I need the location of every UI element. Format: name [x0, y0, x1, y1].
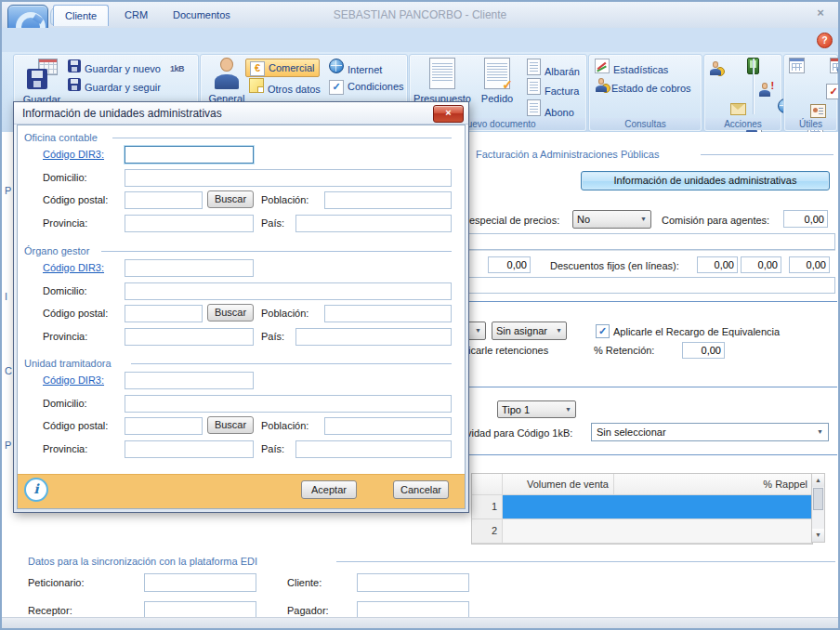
pais-input[interactable] — [295, 215, 452, 232]
table-scrollbar[interactable]: ▲ ▼ — [811, 473, 825, 543]
abono-button[interactable]: Abono — [527, 99, 574, 116]
tab-crm[interactable]: CRM — [113, 5, 159, 25]
calendar-icon[interactable] — [789, 58, 805, 73]
presupuesto-button[interactable]: Presupuesto — [413, 58, 471, 104]
codigo-dir3-link[interactable]: Código DIR3: — [43, 149, 104, 160]
codigo-postal-input[interactable] — [125, 417, 203, 435]
albaran-button[interactable]: Albarán — [527, 59, 580, 75]
domicilio-input[interactable] — [125, 395, 452, 413]
domicilio-input[interactable] — [125, 169, 452, 187]
general-big-button[interactable]: General — [204, 58, 249, 104]
dialog-close-icon[interactable]: × — [433, 105, 464, 123]
ribbon-group-consultas: Estadísticas Estado de cobros Consultas — [588, 54, 702, 132]
table-row[interactable] — [503, 519, 812, 544]
domicilio-label: Domicilio: — [43, 398, 87, 409]
dialog-title: Información de unidades administrativas — [14, 102, 468, 125]
descuento3-input[interactable] — [789, 256, 830, 273]
descuento2-input[interactable] — [741, 256, 781, 273]
save-table-icon — [26, 59, 58, 90]
codigo-postal-label: Código postal: — [43, 308, 108, 319]
domicilio-input[interactable] — [125, 282, 452, 300]
poblacion-label: Población: — [261, 420, 308, 431]
window-close-icon[interactable]: × — [808, 6, 833, 21]
contact-card-icon[interactable] — [810, 104, 826, 118]
pedido-button[interactable]: ✓ Pedido — [473, 58, 521, 104]
facturae-1kb-icon[interactable]: 1kB — [170, 60, 184, 77]
clock-calendar-icon[interactable] — [830, 58, 840, 73]
retencion-input[interactable] — [682, 342, 725, 359]
cancelar-button[interactable]: Cancelar — [393, 480, 449, 499]
header-cell-volumen[interactable]: Volumen de venta — [503, 474, 614, 495]
poblacion-input[interactable] — [324, 417, 452, 435]
ribbon-tab-strip — [2, 28, 838, 52]
open-mail-icon[interactable] — [730, 103, 746, 115]
domicilio-label: Domicilio: — [43, 172, 87, 183]
buscar-button[interactable]: Buscar — [207, 416, 254, 434]
divider — [468, 301, 837, 302]
checklist-icon: ✓ — [329, 80, 344, 95]
section-edi-title: Datos para la sincronización con la plat… — [28, 556, 257, 567]
estado-de-cobros-button[interactable]: Estado de cobros — [595, 78, 691, 95]
guardar-y-seguir-button[interactable]: Guardar y seguir — [68, 78, 161, 95]
tipo-combo[interactable]: Tipo 1 — [497, 400, 576, 418]
informacion-unidades-button[interactable]: Información de unidades administrativas — [581, 171, 830, 190]
dir3-input[interactable] — [125, 259, 254, 277]
header-cell-rappel[interactable]: % Rappel — [614, 474, 812, 495]
scroll-up-icon[interactable]: ▲ — [812, 474, 824, 487]
peticionario-input[interactable] — [144, 573, 256, 592]
codigo-dir3-link[interactable]: Código DIR3: — [43, 262, 104, 273]
importe-input[interactable] — [488, 256, 531, 273]
tab-documentos[interactable]: Documentos — [162, 5, 242, 25]
clipped-label-fragment: I — [5, 291, 7, 302]
buscar-button[interactable]: Buscar — [207, 304, 254, 322]
codigo-postal-input[interactable] — [125, 191, 203, 209]
actividad-label: vidad para Código 1kB: — [466, 427, 572, 439]
person-alert-icon[interactable]: ! — [758, 83, 771, 97]
chart-icon — [595, 59, 610, 73]
cliente-input[interactable] — [357, 573, 469, 592]
comision-input[interactable] — [783, 210, 828, 228]
poblacion-input[interactable] — [324, 191, 452, 209]
recargo-checkbox[interactable]: ✓ — [596, 324, 610, 338]
clipped-label-fragment: P — [5, 185, 11, 196]
tab-cliente[interactable]: Cliente — [53, 5, 109, 26]
ribbon-group-utiles: ✓ Útiles — [783, 54, 838, 132]
provincia-input[interactable] — [125, 215, 254, 232]
poblacion-label: Población: — [261, 308, 308, 319]
descuento1-input[interactable] — [697, 256, 738, 273]
provincia-input[interactable] — [125, 328, 254, 346]
dialog-informacion-unidades: Información de unidades administrativas … — [13, 101, 469, 513]
scrollbar-thumb[interactable] — [813, 488, 823, 510]
clipped-field[interactable] — [468, 233, 835, 250]
pais-input[interactable] — [295, 440, 452, 458]
actividad-combo[interactable]: Sin seleccionar — [591, 423, 829, 441]
task-check-icon[interactable]: ✓ — [826, 84, 840, 99]
dir3-input[interactable] — [125, 146, 254, 164]
precios-combo[interactable]: No — [572, 210, 651, 229]
codigo-postal-input[interactable] — [125, 305, 203, 322]
pais-input[interactable] — [295, 328, 452, 346]
provincia-input[interactable] — [125, 440, 254, 458]
factura-button[interactable]: Factura — [527, 78, 579, 95]
clipped-label-fragment: P — [5, 440, 11, 451]
precios-label: especial de precios: — [469, 215, 559, 226]
sin-asignar-combo[interactable]: Sin asignar — [492, 322, 567, 340]
person-money-icon[interactable] — [709, 61, 722, 75]
codigo-dir3-link[interactable]: Código DIR3: — [43, 374, 104, 386]
table-row-selected[interactable] — [503, 495, 812, 519]
help-icon[interactable]: ? — [817, 33, 833, 48]
poblacion-input[interactable] — [324, 305, 452, 322]
otros-datos-button[interactable]: Otros datos — [249, 78, 321, 95]
document-check-icon: ✓ — [484, 58, 510, 89]
guardar-y-nuevo-button[interactable]: Guardar y nuevo — [68, 59, 161, 76]
internet-button[interactable]: Internet — [329, 59, 382, 75]
condiciones-button[interactable]: ✓Condiciones — [329, 78, 404, 95]
observaciones-input[interactable] — [468, 277, 835, 294]
comercial-button[interactable]: €Comercial — [245, 59, 320, 77]
estadisticas-button[interactable]: Estadísticas — [595, 59, 668, 75]
document-icon — [527, 59, 541, 75]
dir3-input[interactable] — [125, 372, 254, 389]
buscar-button[interactable]: Buscar — [207, 190, 254, 208]
aceptar-button[interactable]: Aceptar — [301, 480, 357, 499]
scroll-down-icon[interactable]: ▼ — [812, 529, 824, 542]
